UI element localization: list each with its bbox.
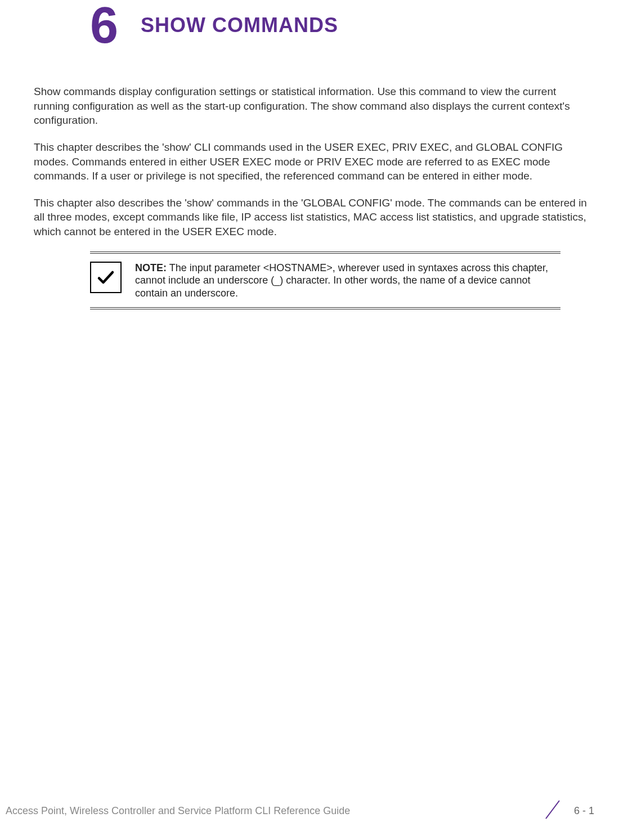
note-label: NOTE: [135,262,167,273]
chapter-number-wrap: 6 [90,0,118,51]
paragraph: This chapter also describes the 'show' c… [34,196,594,239]
chapter-title: SHOW COMMANDS [141,14,338,37]
footer-page-number: 6 - 1 [574,805,594,817]
page: 6 SHOW COMMANDS Show commands display co… [0,0,628,840]
chapter-number: 6 [90,0,118,51]
checkmark-icon [90,262,122,293]
footer-right: 6 - 1 [541,798,594,823]
body-content: Show commands display configuration sett… [34,84,594,309]
note-block: NOTE: The input parameter <HOSTNAME>, wh… [90,251,560,310]
paragraph: Show commands display configuration sett… [34,84,594,128]
slash-icon [541,798,564,823]
footer-title: Access Point, Wireless Controller and Se… [6,805,350,817]
note-row: NOTE: The input parameter <HOSTNAME>, wh… [90,254,560,308]
note-rule-bottom [90,307,560,309]
note-text: NOTE: The input parameter <HOSTNAME>, wh… [135,262,560,300]
chapter-header: 6 SHOW COMMANDS [34,0,594,51]
svg-line-0 [546,801,559,819]
paragraph: This chapter describes the 'show' CLI co… [34,140,594,183]
page-footer: Access Point, Wireless Controller and Se… [0,798,628,823]
note-body: The input parameter <HOSTNAME>, wherever… [135,262,548,299]
